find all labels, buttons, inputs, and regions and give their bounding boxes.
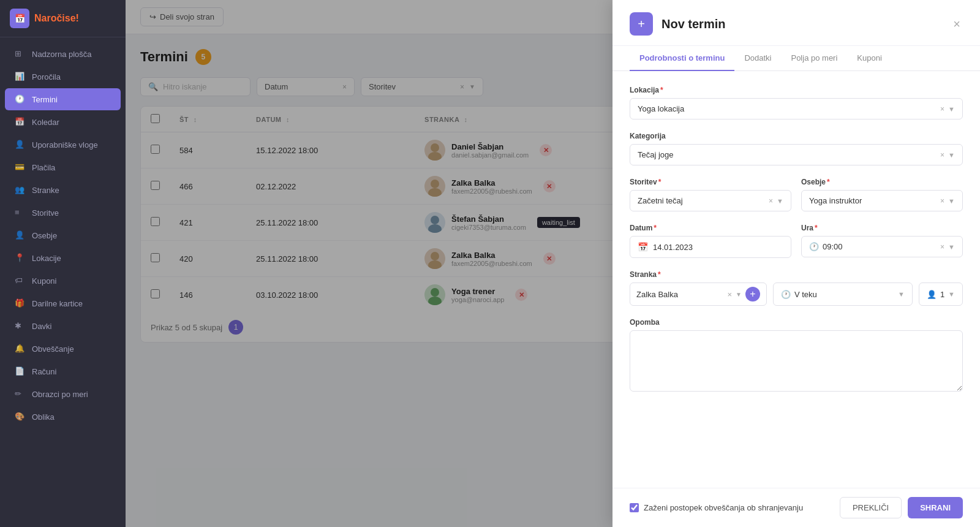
panel-header: + Nov termin × [612,0,980,46]
stranka-arrow-icon: ▼ [736,291,742,298]
datum-field-label: Datum* [630,224,791,232]
sidebar-item-nadzorna[interactable]: ⊞ Nadzorna plošča [5,43,121,65]
notify-checkbox-label[interactable]: Zaženi postopek obveščanja ob shranjevan… [630,503,803,512]
sidebar-nav: ⊞ Nadzorna plošča 📊 Poročila 🕐 Termini 📅… [0,42,126,527]
panel-footer: Zaženi postopek obveščanja ob shranjevan… [612,488,980,527]
clients-icon: 👥 [15,185,24,195]
person-icon: 👤 [927,290,937,299]
ura-select[interactable]: 🕐 09:00 × ▼ [801,236,963,257]
payments-icon: 💳 [15,162,24,172]
add-stranka-button[interactable]: + [745,287,760,301]
sidebar-item-label: Računi [32,367,56,376]
tab-podrobnosti[interactable]: Podrobnosti o terminu [630,46,734,71]
kategorija-select[interactable]: Tečaj joge × ▼ [630,144,963,165]
ura-clear-icon[interactable]: × [940,243,944,251]
sidebar-item-label: Obveščanje [32,344,74,354]
sidebar-item-stranke[interactable]: 👥 Stranke [5,179,121,201]
osebje-group: Osebje* Yoga instruktor × ▼ [801,178,963,211]
notify-checkbox[interactable] [630,503,639,512]
sidebar-item-porocila[interactable]: 📊 Poročila [5,66,121,88]
storitev-select[interactable]: Začetni tečaj × ▼ [630,190,791,211]
storitev-arrow-icon: ▼ [777,197,783,205]
services-icon: ≡ [15,208,24,218]
opomba-group: Opomba [630,318,963,394]
sidebar-item-obrazci[interactable]: ✏ Obrazci po meri [5,383,121,405]
tab-dodatki[interactable]: Dodatki [734,46,781,71]
sidebar-item-uporabniske[interactable]: 👤 Uporabniške vloge [5,134,121,156]
staff-icon: 👤 [15,230,24,240]
osebje-select[interactable]: Yoga instruktor × ▼ [801,190,963,211]
storitev-clear-icon[interactable]: × [769,197,773,205]
main-content: ↪ Deli svojo stran Termini 5 🔍 Hitro isk… [126,0,980,527]
stranka-row: Zalka Balka × ▼ + 🕐 V teku ▼ 👤 [630,282,963,306]
logo: 📅 Naročise! [0,0,126,37]
kategorija-arrow-icon: ▼ [948,151,955,159]
lokacija-select[interactable]: Yoga lokacija × ▼ [630,98,963,119]
stranka-select[interactable]: Zalka Balka × ▼ + [630,282,767,306]
sidebar-item-label: Stranke [32,186,59,195]
datum-input[interactable]: 📅 14.01.2023 [630,236,791,258]
sidebar-item-label: Oblika [32,412,55,422]
storitev-value: Začetni tečaj [638,196,769,205]
osebje-label: Osebje* [801,178,963,186]
cancel-button[interactable]: PREKLIČI [840,497,902,518]
forms-icon: ✏ [15,389,24,399]
locations-icon: 📍 [15,253,24,263]
sidebar-item-kuponi[interactable]: 🏷 Kuponi [5,270,121,292]
lokacija-clear-icon[interactable]: × [940,105,944,113]
sidebar-item-oblika[interactable]: 🎨 Oblika [5,406,121,428]
person-count-control[interactable]: 👤 1 ▼ [919,282,963,306]
ura-group: Ura* 🕐 09:00 × ▼ [801,224,963,258]
panel-icon: + [630,12,653,36]
ura-value: 09:00 [823,242,940,251]
person-count-value: 1 [940,290,944,299]
notify-label: Zaženi postopek obveščanja ob shranjevan… [644,503,803,512]
panel-title: Nov termin [662,17,942,31]
lokacija-actions: × ▼ [940,105,955,113]
sidebar-item-termini[interactable]: 🕐 Termini [5,88,121,110]
opomba-textarea[interactable] [630,330,963,392]
status-select[interactable]: 🕐 V teku ▼ [773,282,913,306]
osebje-arrow-icon: ▼ [948,197,955,205]
tab-kuponi[interactable]: Kuponi [847,46,891,71]
sidebar-item-racuni[interactable]: 📄 Računi [5,360,121,382]
kategorija-value: Tečaj joge [638,150,940,159]
sidebar-item-obvescanje[interactable]: 🔔 Obveščanje [5,338,121,360]
lokacija-label: Lokacija* [630,86,963,94]
sidebar-item-label: Davki [32,322,52,331]
tab-polja[interactable]: Polja po meri [781,46,847,71]
lokacija-value: Yoga lokacija [638,104,940,113]
notifications-icon: 🔔 [15,344,24,354]
status-arrow-icon: ▼ [898,290,905,298]
save-button[interactable]: SHRANI [908,497,963,518]
sidebar-item-storitve[interactable]: ≡ Storitve [5,202,121,224]
panel-close-button[interactable]: × [951,15,963,34]
stranka-clear-icon[interactable]: × [727,290,732,299]
datum-value: 14.01.2023 [653,243,693,252]
coupons-icon: 🏷 [15,276,24,286]
datum-ura-row: Datum* 📅 14.01.2023 Ura* 🕐 09:00 [630,224,963,270]
clock-icon: 🕐 [809,242,819,251]
sidebar-item-darilne[interactable]: 🎁 Darilne kartice [5,292,121,314]
sidebar: 📅 Naročise! ⊞ Nadzorna plošča 📊 Poročila… [0,0,126,527]
kategorija-label: Kategorija [630,132,963,140]
sidebar-item-label: Koledar [32,118,59,127]
sidebar-item-lokacije[interactable]: 📍 Lokacije [5,247,121,269]
sidebar-item-davki[interactable]: ✱ Davki [5,315,121,337]
lokacija-group: Lokacija* Yoga lokacija × ▼ [630,86,963,119]
stranka-group: Stranka* Zalka Balka × ▼ + 🕐 V teku [630,270,963,306]
ura-arrow-icon: ▼ [948,243,955,251]
sidebar-item-placila[interactable]: 💳 Plačila [5,156,121,178]
calendar-icon: 📅 [15,117,24,127]
kategorija-actions: × ▼ [940,151,955,159]
sidebar-item-osebje[interactable]: 👤 Osebje [5,224,121,246]
sidebar-item-label: Nadzorna plošča [32,50,92,59]
kategorija-clear-icon[interactable]: × [940,151,944,159]
storitev-group: Storitev* Začetni tečaj × ▼ [630,178,791,211]
sidebar-item-label: Storitve [32,208,59,218]
gift-icon: 🎁 [15,298,24,308]
sidebar-item-koledar[interactable]: 📅 Koledar [5,111,121,133]
osebje-clear-icon[interactable]: × [940,197,944,205]
sidebar-item-label: Poročila [32,72,61,82]
storitev-osebje-row: Storitev* Začetni tečaj × ▼ Osebje* [630,178,963,224]
